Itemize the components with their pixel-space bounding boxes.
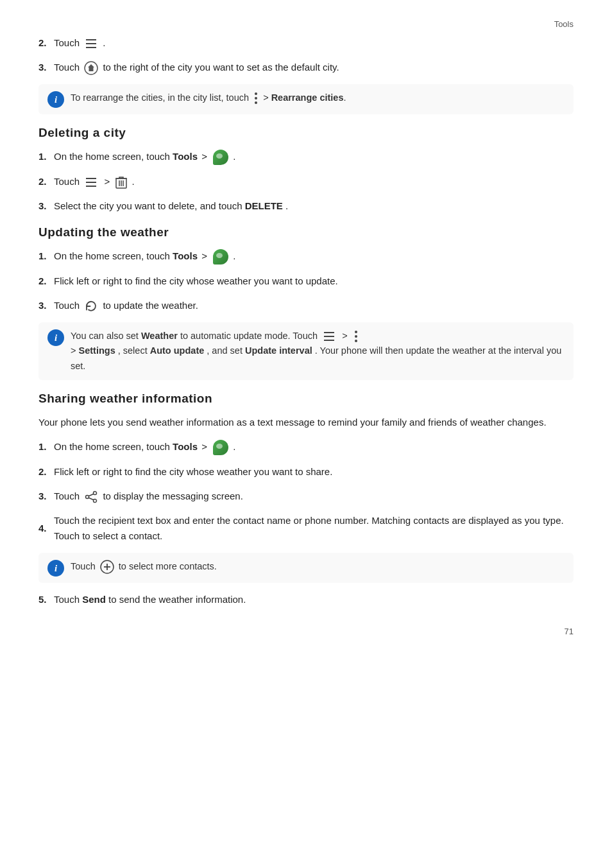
- shr-step-num-2: 2.: [38, 465, 50, 480]
- page-header: Tools: [38, 19, 574, 29]
- del-step-1-text: On the home screen, touch Tools > .: [54, 149, 574, 165]
- shr-step-4-text: Touch the recipient text box and enter t…: [54, 513, 574, 544]
- weather-icon-upd1: [213, 249, 228, 265]
- step-3-top: 3. Touch to the right of the city you wa…: [38, 60, 574, 75]
- shr-step-5: 5. Touch Send to send the weather inform…: [38, 592, 574, 607]
- dots-icon-info-weather: [353, 331, 359, 342]
- info-icon-rearrange: i: [47, 91, 64, 108]
- trash-icon: [115, 175, 127, 189]
- step-num-2-top: 2.: [38, 36, 50, 51]
- svg-line-9: [89, 494, 94, 496]
- upd-step-1-text: On the home screen, touch Tools > .: [54, 248, 574, 265]
- upd-step-num-2: 2.: [38, 274, 50, 289]
- info-rearrange-text: To rearrange the cities, in the city lis…: [71, 91, 565, 105]
- shr-step-1: 1. On the home screen, touch Tools > .: [38, 439, 574, 455]
- info-icon-weather: i: [47, 329, 64, 346]
- section-sharing-title: Sharing weather information: [38, 392, 574, 406]
- info-plus-text: Touch to select more contacts.: [71, 559, 565, 574]
- shr-step-1-text: On the home screen, touch Tools > .: [54, 439, 574, 455]
- weather-icon-shr1: [213, 440, 228, 455]
- upd-step-1: 1. On the home screen, touch Tools > .: [38, 248, 574, 265]
- menu-icon-del2: [84, 177, 98, 188]
- info-plus: i Touch to select more contacts.: [38, 553, 574, 583]
- step-3-top-text: Touch to the right of the city you want …: [54, 60, 574, 75]
- del-step-2-text: Touch > .: [54, 174, 574, 189]
- plus-circle-icon: [100, 560, 114, 574]
- shr-step-4: 4. Touch the recipient text box and ente…: [38, 513, 574, 544]
- page-footer: 71: [38, 627, 574, 636]
- page-number: 71: [565, 627, 574, 636]
- step-2-top-text: Touch .: [54, 35, 574, 51]
- del-step-num-1: 1.: [38, 150, 50, 164]
- svg-point-8: [86, 495, 89, 498]
- step-2-top: 2. Touch .: [38, 35, 574, 51]
- upd-step-2-text: Flick left or right to find the city who…: [54, 273, 574, 289]
- share-icon: [84, 490, 98, 504]
- del-step-2: 2. Touch > .: [38, 174, 574, 189]
- refresh-icon: [84, 299, 98, 313]
- upd-step-3-text: Touch to update the weather.: [54, 298, 574, 313]
- upd-step-3: 3. Touch to update the weather.: [38, 298, 574, 313]
- upd-step-num-1: 1.: [38, 249, 50, 264]
- section-deleting-title: Deleting a city: [38, 126, 574, 140]
- shr-step-2-text: Flick left or right to find the city who…: [54, 464, 574, 480]
- del-step-num-2: 2.: [38, 175, 50, 189]
- shr-step-3: 3. Touch to display the messaging screen…: [38, 489, 574, 504]
- dots-icon-rearrange: [253, 92, 259, 104]
- step-num-3-top: 3.: [38, 60, 50, 75]
- shr-step-num-5: 5.: [38, 593, 50, 607]
- del-step-3-text: Select the city you want to delete, and …: [54, 198, 574, 214]
- menu-icon-info-weather: [322, 331, 336, 342]
- upd-step-num-3: 3.: [38, 299, 50, 313]
- info-icon-plus: i: [47, 560, 64, 577]
- menu-icon: [84, 38, 98, 49]
- shr-step-2: 2. Flick left or right to find the city …: [38, 464, 574, 480]
- shr-step-3-text: Touch to display the messaging screen.: [54, 489, 574, 504]
- del-step-num-3: 3.: [38, 199, 50, 214]
- home-icon: [84, 61, 98, 75]
- shr-step-num-4: 4.: [38, 521, 50, 536]
- info-weather-text: You can also set Weather to automatic up…: [71, 329, 565, 374]
- section-updating-title: Updating the weather: [38, 225, 574, 239]
- svg-line-10: [89, 498, 94, 500]
- shr-step-num-3: 3.: [38, 489, 50, 504]
- shr-step-num-1: 1.: [38, 440, 50, 455]
- info-weather: i You can also set Weather to automatic …: [38, 322, 574, 380]
- upd-step-2: 2. Flick left or right to find the city …: [38, 273, 574, 289]
- info-rearrange: i To rearrange the cities, in the city l…: [38, 84, 574, 114]
- del-step-3: 3. Select the city you want to delete, a…: [38, 198, 574, 214]
- header-label: Tools: [554, 19, 574, 29]
- shr-step-5-text: Touch Send to send the weather informati…: [54, 592, 574, 607]
- del-step-1: 1. On the home screen, touch Tools > .: [38, 149, 574, 165]
- sharing-para: Your phone lets you send weather informa…: [38, 415, 574, 430]
- weather-icon-del1: [213, 150, 228, 165]
